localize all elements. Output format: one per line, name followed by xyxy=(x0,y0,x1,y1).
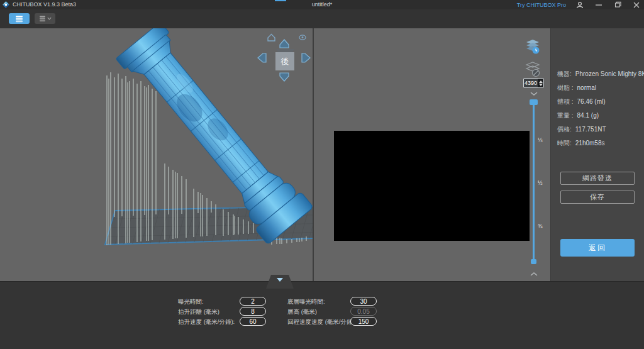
lift-speed-label: 抬升速度 (毫米/分鐘): xyxy=(178,318,235,326)
slice-button[interactable] xyxy=(9,13,30,24)
nav-cube-face-label: 後 xyxy=(280,57,289,66)
toolbar xyxy=(0,9,644,28)
info-machine: 機器:Phrozen Sonic Mighty 8K xyxy=(557,70,644,79)
bottom-exposure-time-label: 底層曝光時間: xyxy=(287,298,325,306)
slider-mark-half: ½ xyxy=(538,180,543,186)
maximize-button[interactable] xyxy=(613,0,623,9)
stepper-down-icon[interactable] xyxy=(539,84,543,86)
layer-slider-handle-bottom[interactable] xyxy=(531,259,536,264)
layer-number-spinbox[interactable]: 4390 xyxy=(523,78,544,88)
rotate-down-arrow[interactable] xyxy=(280,73,289,81)
layer-slider-handle-top[interactable] xyxy=(530,99,538,105)
slice-options-button[interactable] xyxy=(35,13,55,24)
layer-number-value[interactable]: 4390 xyxy=(524,79,538,87)
retract-speed-label: 回程速度速度 (毫米/分鐘): xyxy=(287,318,356,326)
bottom-exposure-time-input[interactable] xyxy=(350,297,377,306)
layer-hide-icon[interactable] xyxy=(525,61,540,77)
layer-height-input xyxy=(350,307,377,316)
main-area: 後 4390 xyxy=(0,28,644,281)
titlebar: CHITUBOX V1.9.3 Beta3 untitled* Try CHIT… xyxy=(0,0,644,9)
lift-speed-input[interactable] xyxy=(240,317,266,326)
3d-viewport[interactable]: 後 xyxy=(0,28,313,281)
network-send-button[interactable]: 網路發送 xyxy=(560,172,635,185)
lift-distance-input[interactable] xyxy=(240,307,266,316)
slider-mark-quarter: ¼ xyxy=(538,136,543,143)
print-settings-panel: 曝光時間: 底層曝光時間: 抬升距離 (毫米) 層高 (毫米) 抬升速度 (毫米… xyxy=(0,281,644,349)
save-button[interactable]: 保存 xyxy=(560,191,635,204)
view-navigation-widget[interactable]: 後 xyxy=(255,30,313,90)
layer-time-icon[interactable] xyxy=(525,38,540,55)
slice-preview-panel: 4390 ¼ ½ ¾ xyxy=(314,28,550,281)
info-weight: 重量 :84.1 (g) xyxy=(557,111,644,120)
close-button[interactable] xyxy=(631,0,641,9)
home-view-icon[interactable] xyxy=(268,35,275,42)
minimize-button[interactable] xyxy=(594,0,604,9)
slice-icon xyxy=(15,15,23,23)
chevron-down-icon xyxy=(47,17,52,20)
rotate-right-arrow[interactable] xyxy=(302,53,310,62)
layer-slider-track[interactable] xyxy=(533,104,535,262)
slider-mark-three-quarter: ¾ xyxy=(538,223,543,229)
slice-preview-image xyxy=(334,131,530,241)
slider-bottom-icon[interactable] xyxy=(530,272,538,276)
print-info-sidebar: 機器:Phrozen Sonic Mighty 8K 樹脂 :normal 體積… xyxy=(550,28,644,281)
chitubox-window: CHITUBOX V1.9.3 Beta3 untitled* Try CHIT… xyxy=(0,0,644,349)
info-volume: 體積 :76.46 (ml) xyxy=(557,97,644,106)
nav-cube[interactable]: 後 xyxy=(275,49,294,70)
layer-height-label: 層高 (毫米) xyxy=(287,308,317,316)
exposure-time-input[interactable] xyxy=(240,297,266,306)
info-resin: 樹脂 :normal xyxy=(557,84,644,92)
try-pro-link[interactable]: Try CHITUBOX Pro xyxy=(517,2,566,8)
info-time: 時間:21h0m58s xyxy=(557,139,644,148)
slice-options-icon xyxy=(39,15,46,22)
account-icon[interactable] xyxy=(575,0,585,9)
exposure-time-label: 曝光時間: xyxy=(178,298,204,306)
rotate-left-arrow[interactable] xyxy=(258,53,266,62)
view-mode-icon[interactable] xyxy=(299,35,306,40)
stepper-up-icon[interactable] xyxy=(539,80,543,83)
rotate-up-arrow[interactable] xyxy=(280,40,289,48)
info-price: 價格:117.751NT xyxy=(557,125,644,134)
back-button[interactable]: 返回 xyxy=(560,239,635,257)
layer-stepper[interactable] xyxy=(538,79,543,87)
lift-distance-label: 抬升距離 (毫米) xyxy=(178,308,219,316)
slider-collapse-icon[interactable] xyxy=(530,92,538,96)
collapse-arrow-icon xyxy=(276,277,284,282)
retract-speed-input[interactable] xyxy=(350,317,377,326)
